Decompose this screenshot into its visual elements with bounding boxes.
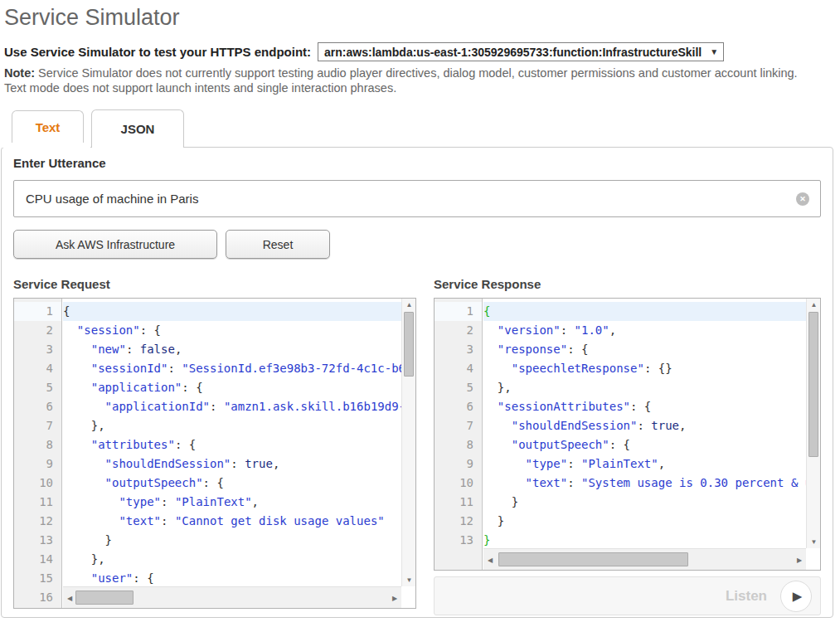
service-request-label: Service Request — [13, 277, 110, 291]
scroll-down-icon[interactable]: ▼ — [402, 576, 416, 584]
service-request-editor[interactable]: 12345678910111213141516 { "session": { "… — [13, 298, 416, 609]
code-line: } — [483, 493, 806, 512]
line-number: 7 — [14, 416, 61, 435]
service-response-label: Service Response — [434, 277, 541, 291]
line-number: 8 — [435, 435, 482, 454]
scrollbar-thumb[interactable] — [808, 312, 818, 457]
code-line: "attributes": { — [63, 435, 401, 454]
line-number: 5 — [14, 378, 61, 397]
code-line: "response": { — [483, 340, 806, 359]
code-line: "shouldEndSession": true, — [483, 416, 806, 435]
scroll-up-icon[interactable]: ▲ — [807, 301, 821, 309]
tab-text[interactable]: Text — [12, 110, 84, 143]
scroll-left-icon[interactable]: ◀ — [65, 595, 75, 602]
code-line: } — [63, 531, 401, 550]
line-number-gutter: 12345678910111213 — [435, 299, 483, 570]
line-number: 13 — [14, 531, 61, 550]
note-line1: Service Simulator does not currently sup… — [35, 66, 798, 80]
reset-button[interactable]: Reset — [226, 230, 330, 259]
listen-label: Listen — [726, 588, 767, 605]
line-number: 11 — [435, 493, 482, 512]
vertical-scrollbar[interactable]: ▲ ▼ — [806, 299, 820, 548]
code-line: "text": "System usage is 0.30 percent & … — [483, 474, 806, 493]
code-line: "user": { — [63, 569, 401, 588]
line-number: 10 — [435, 474, 482, 493]
horizontal-scrollbar[interactable]: ◀ ▶ — [63, 586, 401, 608]
ask-skill-button[interactable]: Ask AWS Infrastructure — [13, 230, 217, 259]
horizontal-scrollbar[interactable]: ◀ ▶ — [483, 548, 806, 570]
listen-bar: Listen ▶ — [434, 576, 821, 615]
code-line: "application": { — [63, 378, 401, 397]
endpoint-selected-value: arn:aws:lambda:us-east-1:305929695733:fu… — [324, 46, 702, 59]
code-line: } — [483, 512, 806, 531]
scroll-right-icon[interactable]: ▶ — [794, 557, 804, 564]
line-number: 11 — [14, 493, 61, 512]
line-number: 2 — [14, 321, 61, 340]
play-icon: ▶ — [793, 589, 803, 604]
code-line: }, — [63, 416, 401, 435]
code-line: "type": "PlainText", — [483, 454, 806, 474]
note-prefix: Note: — [4, 66, 35, 80]
tab-json[interactable]: JSON — [91, 109, 184, 148]
tab-text-label: Text — [36, 120, 61, 134]
utterance-input[interactable] — [13, 180, 821, 217]
line-number: 4 — [435, 359, 482, 378]
service-simulator-page: Service Simulator Use Service Simulator … — [0, 0, 840, 627]
line-number: 9 — [14, 454, 61, 474]
endpoint-select[interactable]: arn:aws:lambda:us-east-1:305929695733:fu… — [318, 42, 724, 61]
scrollbar-thumb[interactable] — [498, 552, 688, 566]
clear-input-icon[interactable]: ✕ — [796, 192, 809, 206]
service-response-editor[interactable]: 12345678910111213 { "version": "1.0", "r… — [434, 298, 821, 571]
code-line: { — [483, 302, 806, 321]
code-line: }, — [483, 378, 806, 397]
line-number: 3 — [14, 340, 61, 359]
code-line: "outputSpeech": { — [483, 435, 806, 454]
page-title: Service Simulator — [4, 5, 180, 31]
panel-border-gap — [2, 147, 90, 148]
code-line: "new": false, — [63, 340, 401, 359]
line-number: 16 — [14, 588, 61, 607]
line-number: 6 — [435, 397, 482, 416]
note-text: Note: Service Simulator does not current… — [4, 66, 837, 95]
line-number: 7 — [435, 416, 482, 435]
line-number: 1 — [14, 302, 61, 321]
scroll-up-icon[interactable]: ▲ — [402, 301, 416, 309]
line-number: 12 — [435, 512, 482, 531]
listen-play-button[interactable]: ▶ — [780, 581, 812, 612]
dropdown-arrow-icon: ▼ — [710, 47, 718, 56]
code-line: "applicationId": "amzn1.ask.skill.b16b19… — [63, 397, 401, 416]
scroll-down-icon[interactable]: ▼ — [807, 538, 821, 546]
vertical-scrollbar[interactable]: ▲ ▼ — [401, 299, 415, 586]
tab-json-label: JSON — [121, 122, 155, 136]
line-number-gutter: 12345678910111213141516 — [14, 299, 62, 608]
line-number: 15 — [14, 569, 61, 588]
scroll-left-icon[interactable]: ◀ — [485, 557, 495, 564]
code-area[interactable]: { "version": "1.0", "response": { "speec… — [483, 299, 806, 550]
note-line2: Text mode does not support launch intent… — [4, 81, 837, 96]
code-line: "text": "Cannot get disk usage values" — [63, 512, 401, 531]
line-number: 6 — [14, 397, 61, 416]
code-line: "sessionAttributes": { — [483, 397, 806, 416]
code-line: }, — [63, 550, 401, 569]
endpoint-row: Use Service Simulator to test your HTTPS… — [4, 42, 724, 61]
code-line: "speechletResponse": {} — [483, 359, 806, 378]
scroll-right-icon[interactable]: ▶ — [390, 595, 400, 602]
line-number: 9 — [435, 454, 482, 474]
code-line: "shouldEndSession": true, — [63, 454, 401, 474]
code-line: { — [63, 302, 401, 321]
endpoint-label: Use Service Simulator to test your HTTPS… — [4, 45, 311, 59]
line-number: 3 — [435, 340, 482, 359]
line-number: 12 — [14, 512, 61, 531]
code-area[interactable]: { "session": { "new": false, "sessionId"… — [63, 299, 401, 607]
scrollbar-thumb[interactable] — [404, 312, 414, 377]
code-line: "outputSpeech": { — [63, 474, 401, 493]
line-number: 8 — [14, 435, 61, 454]
scrollbar-thumb[interactable] — [75, 591, 134, 605]
line-number: 5 — [435, 378, 482, 397]
line-number: 14 — [14, 550, 61, 569]
line-number: 1 — [435, 302, 482, 321]
code-line: } — [483, 531, 806, 550]
utterance-label: Enter Utterance — [13, 156, 106, 170]
line-number: 13 — [435, 531, 482, 550]
line-number: 10 — [14, 474, 61, 493]
